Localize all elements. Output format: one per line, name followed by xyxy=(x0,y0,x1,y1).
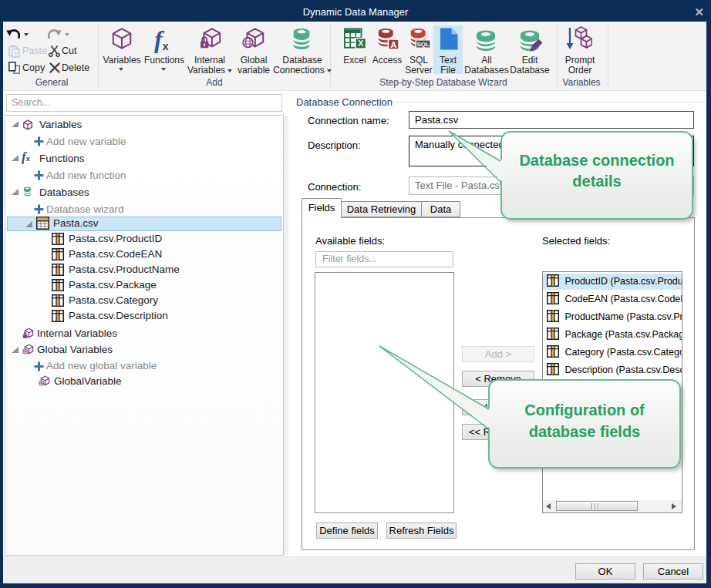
svg-text:X: X xyxy=(358,39,364,48)
svg-text:A: A xyxy=(390,40,396,49)
svg-text:SQL: SQL xyxy=(416,41,430,48)
